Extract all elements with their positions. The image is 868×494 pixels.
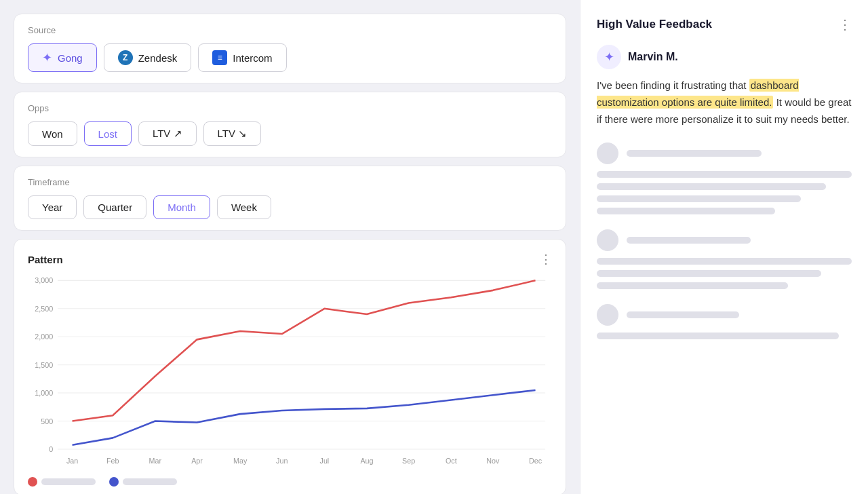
- skeleton-section-3: [597, 304, 852, 339]
- opps-lost[interactable]: Lost: [84, 121, 132, 146]
- legend-blue-dot: [109, 477, 119, 487]
- skeleton-line: [597, 270, 821, 277]
- skeleton-section-2: [597, 229, 852, 289]
- opps-ltv-down[interactable]: LTV ↘: [203, 121, 262, 146]
- timeframe-button-group: Year Quarter Month Week: [28, 195, 552, 219]
- zendesk-icon: Z: [118, 50, 133, 65]
- skeleton-avatar-1: [597, 142, 618, 164]
- legend-blue: [109, 477, 177, 487]
- svg-text:500: 500: [41, 417, 53, 425]
- skeleton-line: [597, 208, 775, 214]
- skeleton-row-2: [597, 229, 852, 251]
- chart-svg: 3,000 2,500 2,000 1,500 1,000 500 0 Jan …: [28, 273, 552, 470]
- skeleton-line: [597, 332, 839, 339]
- opps-label: Opps: [28, 103, 552, 113]
- chart-menu-button[interactable]: ⋮: [540, 252, 552, 267]
- feedback-text: I've been finding it frustrating that da…: [597, 77, 852, 128]
- skeleton-line: [597, 258, 852, 265]
- right-panel-header: High Value Feedback ⋮: [597, 16, 852, 33]
- legend-red: [28, 477, 96, 487]
- skeleton-line: [627, 237, 751, 244]
- source-card: Source ✦ Gong Z Zendesk ≡ Intercom: [14, 14, 566, 83]
- feedback-text-before: I've been finding it frustrating that: [597, 79, 749, 91]
- source-label: Source: [28, 25, 552, 35]
- svg-text:Feb: Feb: [106, 456, 119, 464]
- skeleton-lines-1: [627, 150, 852, 157]
- svg-text:Sep: Sep: [402, 456, 415, 464]
- intercom-icon: ≡: [212, 50, 227, 65]
- skeleton-line: [597, 183, 826, 190]
- skeleton-avatar-2: [597, 229, 618, 251]
- skeleton-row-1: [597, 142, 852, 164]
- opps-won[interactable]: Won: [28, 121, 77, 146]
- chart-card: Pattern ⋮ 3,000 2,500 2,000 1,500 1,000 …: [14, 239, 566, 494]
- user-avatar: ✦: [597, 45, 621, 69]
- legend-red-dot: [28, 477, 37, 487]
- right-panel-menu[interactable]: ⋮: [838, 16, 852, 33]
- gong-icon: ✦: [42, 50, 52, 65]
- svg-text:Mar: Mar: [149, 456, 162, 464]
- skeleton-content-2: [597, 258, 852, 289]
- right-panel-title: High Value Feedback: [597, 18, 712, 31]
- svg-text:Apr: Apr: [191, 456, 203, 464]
- opps-card: Opps Won Lost LTV ↗ LTV ↘: [14, 92, 566, 157]
- opps-button-group: Won Lost LTV ↗ LTV ↘: [28, 121, 552, 146]
- left-panel: Source ✦ Gong Z Zendesk ≡ Intercom Opps …: [0, 0, 580, 494]
- svg-text:1,500: 1,500: [35, 361, 53, 369]
- svg-text:2,500: 2,500: [35, 305, 53, 313]
- skeleton-line: [627, 150, 762, 157]
- svg-text:May: May: [233, 456, 248, 464]
- skeleton-content-1: [597, 171, 852, 214]
- skeleton-line: [627, 311, 739, 318]
- source-button-group: ✦ Gong Z Zendesk ≡ Intercom: [28, 43, 552, 72]
- svg-text:Jul: Jul: [319, 456, 329, 464]
- chart-area: 3,000 2,500 2,000 1,500 1,000 500 0 Jan …: [28, 273, 552, 470]
- skeleton-line: [597, 282, 788, 289]
- source-zendesk[interactable]: Z Zendesk: [104, 43, 192, 72]
- svg-text:Aug: Aug: [360, 456, 373, 464]
- skeleton-lines-3: [627, 311, 852, 318]
- skeleton-row-3: [597, 304, 852, 326]
- skeleton-section-1: [597, 142, 852, 214]
- source-gong[interactable]: ✦ Gong: [28, 43, 97, 72]
- chart-legend: [28, 477, 552, 487]
- right-panel: High Value Feedback ⋮ ✦ Marvin M. I've b…: [580, 0, 868, 494]
- svg-text:Nov: Nov: [486, 456, 500, 464]
- skeleton-avatar-3: [597, 304, 618, 326]
- source-intercom[interactable]: ≡ Intercom: [198, 43, 286, 72]
- svg-text:2,000: 2,000: [35, 332, 53, 341]
- skeleton-line: [597, 195, 801, 202]
- timeframe-week[interactable]: Week: [217, 195, 271, 219]
- svg-text:Jan: Jan: [66, 456, 78, 464]
- timeframe-month[interactable]: Month: [153, 195, 210, 219]
- skeleton-line: [597, 171, 852, 178]
- opps-ltv-up[interactable]: LTV ↗: [138, 121, 197, 146]
- timeframe-label: Timeframe: [28, 177, 552, 187]
- svg-text:1,000: 1,000: [35, 389, 53, 397]
- legend-blue-bar: [123, 478, 177, 485]
- svg-text:3,000: 3,000: [35, 276, 53, 284]
- timeframe-year[interactable]: Year: [28, 195, 77, 219]
- timeframe-quarter[interactable]: Quarter: [83, 195, 146, 219]
- skeleton-lines-2: [627, 237, 852, 244]
- feedback-user: ✦ Marvin M.: [597, 45, 852, 69]
- chart-title: Pattern: [28, 254, 63, 265]
- svg-text:Oct: Oct: [446, 456, 457, 464]
- svg-text:0: 0: [49, 445, 53, 453]
- skeleton-content-3: [597, 332, 852, 339]
- user-name: Marvin M.: [628, 51, 678, 63]
- svg-text:Dec: Dec: [529, 456, 542, 464]
- timeframe-card: Timeframe Year Quarter Month Week: [14, 166, 566, 231]
- chart-header: Pattern ⋮: [28, 252, 552, 267]
- svg-text:Jun: Jun: [276, 456, 288, 464]
- legend-red-bar: [41, 478, 96, 485]
